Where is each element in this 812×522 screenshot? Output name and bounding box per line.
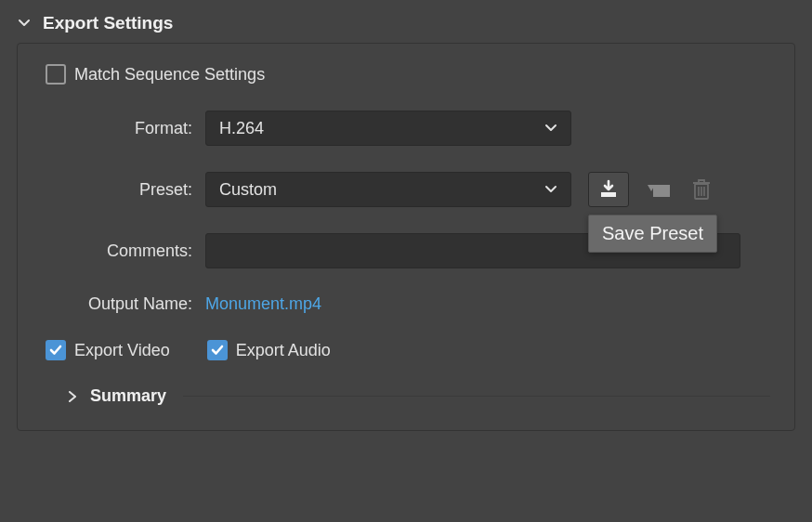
save-preset-icon [597,179,620,200]
summary-divider [183,396,770,397]
export-video-checkbox[interactable] [46,340,66,360]
output-name-row: Output Name: Monument.mp4 [42,294,770,314]
match-sequence-checkbox[interactable] [46,64,66,85]
export-audio-label: Export Audio [236,341,331,360]
svg-rect-0 [601,192,616,197]
output-filename-link[interactable]: Monument.mp4 [205,294,321,314]
format-row: Format: H.264 [42,111,770,146]
chevron-down-icon [544,183,557,196]
chevron-down-icon [544,122,557,135]
match-sequence-row: Match Sequence Settings [46,64,770,85]
svg-rect-1 [653,185,670,197]
chevron-down-icon [18,17,31,30]
section-body: Match Sequence Settings Format: H.264 Pr… [17,43,795,431]
section-title: Export Settings [43,13,173,33]
export-toggles-row: Export Video Export Audio [46,340,770,360]
format-label: Format: [42,119,205,138]
summary-toggle[interactable] [66,391,79,402]
preset-buttons: Save Preset [588,172,714,207]
preset-value: Custom [219,180,277,200]
save-preset-tooltip: Save Preset [588,215,717,253]
delete-preset-button[interactable] [688,172,714,207]
preset-row: Preset: Custom [42,172,770,207]
export-audio-checkbox[interactable] [207,340,228,360]
export-settings-panel: Export Settings Match Sequence Settings … [0,0,812,448]
preset-select[interactable]: Custom [205,172,571,207]
output-name-label: Output Name: [42,294,205,314]
import-preset-button[interactable] [638,172,679,207]
match-sequence-checkbox-wrap[interactable]: Match Sequence Settings [46,64,265,85]
summary-title: Summary [90,386,166,406]
trash-icon [692,178,711,201]
format-value: H.264 [219,119,264,138]
checkmark-icon [49,344,62,357]
chevron-right-icon [68,391,77,402]
section-header: Export Settings [17,13,795,33]
comments-label: Comments: [42,241,205,261]
import-preset-icon [646,179,672,200]
export-video-label: Export Video [74,341,170,360]
save-preset-button[interactable] [588,172,629,207]
preset-label: Preset: [42,180,205,200]
match-sequence-label: Match Sequence Settings [74,65,265,85]
format-select[interactable]: H.264 [205,111,571,146]
export-video-wrap[interactable]: Export Video [46,340,170,360]
export-audio-wrap[interactable]: Export Audio [207,340,331,360]
collapse-toggle[interactable] [17,16,32,31]
checkmark-icon [211,344,224,357]
summary-row: Summary [66,386,770,406]
